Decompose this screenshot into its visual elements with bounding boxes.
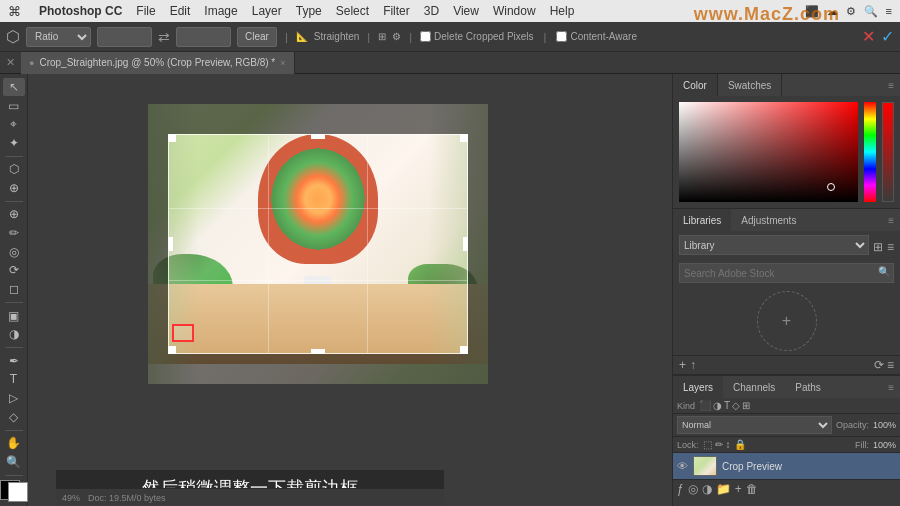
lock-row: Lock: ⬚ ✏ ↕ 🔒 Fill: 100% <box>673 437 900 453</box>
width-input[interactable] <box>97 27 152 47</box>
library-search-input[interactable] <box>679 263 894 283</box>
menu-3d[interactable]: 3D <box>424 4 439 18</box>
menu-type[interactable]: Type <box>296 4 322 18</box>
zoom-tool[interactable]: 🔍 <box>3 453 25 471</box>
menu-window[interactable]: Window <box>493 4 536 18</box>
crop-handle-top-mid[interactable] <box>311 134 325 139</box>
crop-handle-bottom-left[interactable] <box>168 346 176 354</box>
layer-adjustment-icon[interactable]: ◑ <box>702 482 712 496</box>
tab-layers[interactable]: Layers <box>673 376 723 398</box>
lock-position-icon[interactable]: ↕ <box>726 439 731 450</box>
blend-row: Normal Opacity: 100% <box>673 414 900 437</box>
tab-adjustments[interactable]: Adjustments <box>731 209 806 231</box>
crop-handle-top-left[interactable] <box>168 134 176 142</box>
layer-row-crop-preview[interactable]: 👁 Crop Preview <box>673 453 900 480</box>
lib-menu-icon[interactable]: ≡ <box>887 358 894 372</box>
crop-tool[interactable]: ⬡ <box>3 160 25 178</box>
library-list-icon[interactable]: ≡ <box>887 240 894 254</box>
hue-slider[interactable] <box>864 102 876 202</box>
libraries-section: Libraries Adjustments ≡ Library ⊞ ≡ 🔍 <box>673 209 900 376</box>
layer-mask-icon[interactable]: ◎ <box>688 482 698 496</box>
shape-tool[interactable]: ◇ <box>3 408 25 426</box>
lock-pixels-icon[interactable]: ✏ <box>715 439 723 450</box>
color-panel-menu[interactable]: ≡ <box>882 80 900 91</box>
swap-icon[interactable]: ⇄ <box>158 29 170 45</box>
menu-view[interactable]: View <box>453 4 479 18</box>
lock-transparent-icon[interactable]: ⬚ <box>703 439 712 450</box>
tab-color[interactable]: Color <box>673 74 718 96</box>
dodge-tool[interactable]: ◑ <box>3 325 25 343</box>
eraser-tool[interactable]: ◻ <box>3 280 25 298</box>
pen-tool[interactable]: ✒ <box>3 352 25 370</box>
library-select[interactable]: Library <box>679 235 869 255</box>
selection-tool[interactable]: ▭ <box>3 97 25 115</box>
kind-smart-icon[interactable]: ⊞ <box>742 400 750 411</box>
menu-file[interactable]: File <box>136 4 155 18</box>
background-color[interactable] <box>8 482 28 502</box>
tab-close-icon[interactable]: × <box>280 58 285 68</box>
text-tool[interactable]: T <box>3 371 25 389</box>
healing-tool[interactable]: ⊕ <box>3 206 25 224</box>
crop-border[interactable] <box>168 134 468 354</box>
menu-help[interactable]: Help <box>550 4 575 18</box>
settings-icon[interactable]: ⚙ <box>392 31 401 42</box>
canvas-area[interactable]: 然后稍微调整一下裁剪边框 49% Doc: 19.5M/0 bytes <box>28 74 672 506</box>
kind-adjust-icon[interactable]: ◑ <box>713 400 722 411</box>
upload-icon[interactable]: ↑ <box>690 358 696 372</box>
move-tool[interactable]: ↖ <box>3 78 25 96</box>
kind-type-icon[interactable]: T <box>724 400 730 411</box>
ratio-select[interactable]: Ratio <box>26 27 91 47</box>
menu-edit[interactable]: Edit <box>170 4 191 18</box>
layer-delete-icon[interactable]: 🗑 <box>746 482 758 496</box>
layer-new-icon[interactable]: + <box>735 482 742 496</box>
eyedropper-tool[interactable]: ⊕ <box>3 179 25 197</box>
layer-fx-icon[interactable]: ƒ <box>677 482 684 496</box>
menu-select[interactable]: Select <box>336 4 369 18</box>
tab-channels[interactable]: Channels <box>723 376 785 398</box>
tab-libraries[interactable]: Libraries <box>673 209 731 231</box>
grid-icon[interactable]: ⊞ <box>378 31 386 42</box>
crop-handle-bottom-mid[interactable] <box>311 349 325 354</box>
add-library-icon[interactable]: + <box>679 358 686 372</box>
crop-handle-top-right[interactable] <box>460 134 468 142</box>
cancel-crop-icon[interactable]: ✕ <box>862 27 875 46</box>
tab-swatches[interactable]: Swatches <box>718 74 782 96</box>
magic-wand-tool[interactable]: ✦ <box>3 134 25 152</box>
layers-panel-menu[interactable]: ≡ <box>882 382 900 393</box>
blend-mode-select[interactable]: Normal <box>677 416 832 434</box>
menu-image[interactable]: Image <box>204 4 237 18</box>
gradient-tool[interactable]: ▣ <box>3 307 25 325</box>
sync-icon[interactable]: ⟳ <box>874 358 884 372</box>
clear-button[interactable]: Clear <box>237 27 277 47</box>
lasso-tool[interactable]: ⌖ <box>3 115 25 133</box>
tab-paths[interactable]: Paths <box>785 376 831 398</box>
layer-folder-icon[interactable]: 📁 <box>716 482 731 496</box>
height-input[interactable] <box>176 27 231 47</box>
confirm-crop-icon[interactable]: ✓ <box>881 27 894 46</box>
crop-handle-mid-right[interactable] <box>463 237 468 251</box>
lib-right-icons: ⟳ ≡ <box>874 358 894 372</box>
crop-tool-icon[interactable]: ⬡ <box>6 27 20 46</box>
library-grid-icon[interactable]: ⊞ <box>873 240 883 254</box>
layer-visibility-icon[interactable]: 👁 <box>677 460 688 472</box>
crop-handle-bottom-right[interactable] <box>460 346 468 354</box>
document-tab[interactable]: ● Crop_Straighten.jpg @ 50% (Crop Previe… <box>21 52 295 74</box>
history-tool[interactable]: ⟳ <box>3 262 25 280</box>
color-spectrum[interactable] <box>679 102 858 202</box>
menu-layer[interactable]: Layer <box>252 4 282 18</box>
left-toolbar: ↖ ▭ ⌖ ✦ ⬡ ⊕ ⊕ ✏ ◎ ⟳ ◻ ▣ ◑ ✒ T ▷ ◇ ✋ 🔍 <box>0 74 28 506</box>
clone-tool[interactable]: ◎ <box>3 243 25 261</box>
color-selector[interactable] <box>0 480 28 502</box>
libraries-panel-menu[interactable]: ≡ <box>882 215 900 226</box>
crop-handle-mid-left[interactable] <box>168 237 173 251</box>
kind-pixel-icon[interactable]: ⬛ <box>699 400 711 411</box>
path-tool[interactable]: ▷ <box>3 389 25 407</box>
brush-tool[interactable]: ✏ <box>3 224 25 242</box>
alpha-slider[interactable] <box>882 102 894 202</box>
kind-shape-icon[interactable]: ◇ <box>732 400 740 411</box>
content-aware-checkbox[interactable] <box>556 31 567 42</box>
hand-tool[interactable]: ✋ <box>3 434 25 452</box>
delete-cropped-checkbox[interactable] <box>420 31 431 42</box>
menu-filter[interactable]: Filter <box>383 4 410 18</box>
lock-all-icon[interactable]: 🔒 <box>734 439 746 450</box>
